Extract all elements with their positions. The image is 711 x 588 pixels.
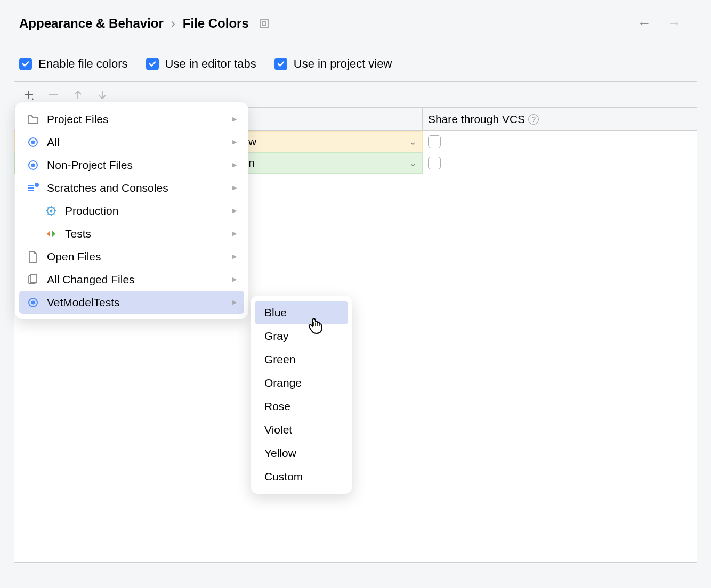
target-icon xyxy=(27,159,39,172)
breadcrumb-sep: › xyxy=(171,16,175,31)
share-column-header: Share through VCS ? xyxy=(423,108,697,130)
forward-arrow-icon: → xyxy=(667,15,681,31)
checkbox-checked-icon xyxy=(19,58,32,70)
move-down-button[interactable] xyxy=(96,89,108,101)
menu-label: All Changed Files xyxy=(47,273,135,286)
color-item-custom[interactable]: Custom xyxy=(255,465,348,488)
chevron-right-icon: ▶ xyxy=(232,299,237,306)
checkbox-label: Use in project view xyxy=(294,57,392,71)
scope-popup-menu: Project Files ▶ All ▶ Non-Project Files … xyxy=(15,102,248,319)
chevron-right-icon: ▶ xyxy=(232,161,237,168)
share-cell[interactable] xyxy=(423,157,697,169)
nav-arrows: ← → xyxy=(637,15,681,31)
chevron-right-icon: ▶ xyxy=(232,230,237,237)
menu-label: Non-Project Files xyxy=(47,159,133,172)
use-editor-tabs-checkbox[interactable]: Use in editor tabs xyxy=(146,57,256,71)
color-label: Green xyxy=(264,353,295,366)
chevron-right-icon: ▶ xyxy=(232,207,237,214)
menu-label: Scratches and Consoles xyxy=(47,182,168,194)
breadcrumb-parent[interactable]: Appearance & Behavior xyxy=(19,16,164,31)
scope-item-tests[interactable]: Tests ▶ xyxy=(15,222,248,245)
svg-point-10 xyxy=(31,300,35,304)
share-checkbox[interactable] xyxy=(428,135,441,148)
menu-label: Production xyxy=(65,205,118,217)
svg-point-6 xyxy=(50,209,53,212)
chevron-right-icon: ▶ xyxy=(232,253,237,260)
color-item-gray[interactable]: Gray xyxy=(255,324,348,348)
share-cell[interactable] xyxy=(423,135,697,148)
color-label: Blue xyxy=(264,306,287,319)
breadcrumb: Appearance & Behavior › File Colors xyxy=(19,16,269,31)
settings-header: Appearance & Behavior › File Colors ← → xyxy=(0,0,711,31)
svg-point-3 xyxy=(31,163,35,167)
svg-point-1 xyxy=(31,140,35,144)
chevron-right-icon: ▶ xyxy=(232,276,237,283)
checkbox-label: Enable file colors xyxy=(38,57,128,71)
target-icon xyxy=(27,136,39,149)
scope-item-scratches[interactable]: Scratches and Consoles ▶ xyxy=(15,176,248,199)
scratches-icon xyxy=(27,182,39,194)
help-icon[interactable]: ? xyxy=(528,114,539,125)
scope-item-non-project[interactable]: Non-Project Files ▶ xyxy=(15,153,248,176)
color-label: Violet xyxy=(264,423,292,436)
scope-item-production[interactable]: Production ▶ xyxy=(15,199,248,222)
checkbox-label: Use in editor tabs xyxy=(165,57,256,71)
chevron-down-icon[interactable]: ⌄ xyxy=(409,136,417,148)
menu-label: All xyxy=(47,136,59,149)
scope-item-project-files[interactable]: Project Files ▶ xyxy=(15,108,248,130)
color-label: Gray xyxy=(264,330,289,342)
chevron-right-icon: ▶ xyxy=(232,138,237,145)
color-item-blue[interactable]: Blue xyxy=(255,301,348,324)
color-submenu: Blue Gray Green Orange Rose Violet Yello… xyxy=(251,296,352,494)
scope-item-open-files[interactable]: Open Files ▶ xyxy=(15,245,248,268)
menu-label: Tests xyxy=(65,227,91,240)
use-project-view-checkbox[interactable]: Use in project view xyxy=(274,57,392,71)
breadcrumb-current: File Colors xyxy=(183,16,249,31)
color-item-rose[interactable]: Rose xyxy=(255,395,348,418)
tests-icon xyxy=(45,227,58,240)
remove-button[interactable] xyxy=(47,89,59,101)
scope-item-changed-files[interactable]: All Changed Files ▶ xyxy=(15,268,248,291)
share-checkbox[interactable] xyxy=(428,157,441,169)
color-item-green[interactable]: Green xyxy=(255,348,348,371)
color-item-orange[interactable]: Orange xyxy=(255,371,348,395)
menu-label: Open Files xyxy=(47,250,101,263)
reset-icon[interactable] xyxy=(260,19,269,28)
color-item-yellow[interactable]: Yellow xyxy=(255,442,348,465)
color-label: Custom xyxy=(264,470,303,483)
color-label: Orange xyxy=(264,377,302,389)
add-button[interactable] xyxy=(23,89,35,101)
chevron-right-icon: ▶ xyxy=(232,116,237,123)
svg-rect-8 xyxy=(30,274,37,283)
gear-icon xyxy=(45,205,58,217)
share-header-label: Share through VCS xyxy=(428,113,525,126)
svg-point-4 xyxy=(35,183,39,187)
row-text-trail: w xyxy=(248,135,256,148)
color-label: Rose xyxy=(264,400,290,413)
color-item-violet[interactable]: Violet xyxy=(255,418,348,442)
options-row: Enable file colors Use in editor tabs Us… xyxy=(0,31,711,71)
move-up-button[interactable] xyxy=(72,89,84,101)
folder-icon xyxy=(27,113,39,126)
chevron-right-icon: ▶ xyxy=(232,184,237,191)
menu-label: VetModelTests xyxy=(47,296,120,309)
color-label: Yellow xyxy=(264,447,296,460)
menu-label: Project Files xyxy=(47,113,109,126)
checkbox-checked-icon xyxy=(274,58,287,70)
row-text-trail: n xyxy=(248,157,255,169)
scope-item-all[interactable]: All ▶ xyxy=(15,130,248,153)
checkbox-checked-icon xyxy=(146,58,159,70)
enable-file-colors-checkbox[interactable]: Enable file colors xyxy=(19,57,128,71)
scope-item-vetmodeltests[interactable]: VetModelTests ▶ xyxy=(19,291,244,314)
target-icon xyxy=(27,296,39,309)
back-arrow-icon[interactable]: ← xyxy=(637,15,651,31)
file-icon xyxy=(27,250,39,263)
changed-files-icon xyxy=(27,273,39,286)
chevron-down-icon[interactable]: ⌄ xyxy=(409,157,417,169)
